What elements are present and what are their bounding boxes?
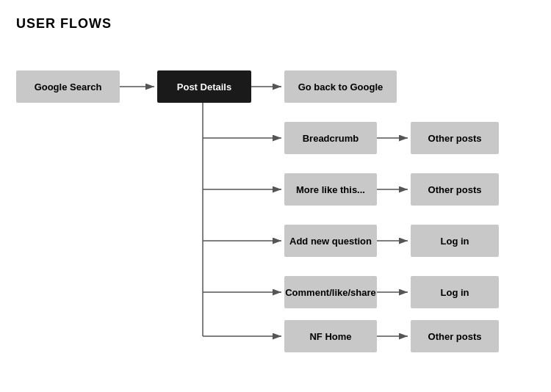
other-posts-node-3: Other posts <box>411 320 499 352</box>
other-posts-node-2: Other posts <box>411 173 499 206</box>
add-question-node: Add new question <box>284 225 377 257</box>
log-in-node-1: Log in <box>411 225 499 257</box>
comment-node: Comment/like/share <box>284 276 377 308</box>
breadcrumb-node: Breadcrumb <box>284 122 377 154</box>
log-in-node-2: Log in <box>411 276 499 308</box>
google-search-node: Google Search <box>16 70 120 103</box>
more-like-node: More like this... <box>284 173 377 206</box>
other-posts-node-1: Other posts <box>411 122 499 154</box>
nf-home-node: NF Home <box>284 320 377 352</box>
post-details-node: Post Details <box>157 70 251 103</box>
go-back-node: Go back to Google <box>284 70 397 103</box>
page-title: USER FLOWS <box>16 16 112 32</box>
